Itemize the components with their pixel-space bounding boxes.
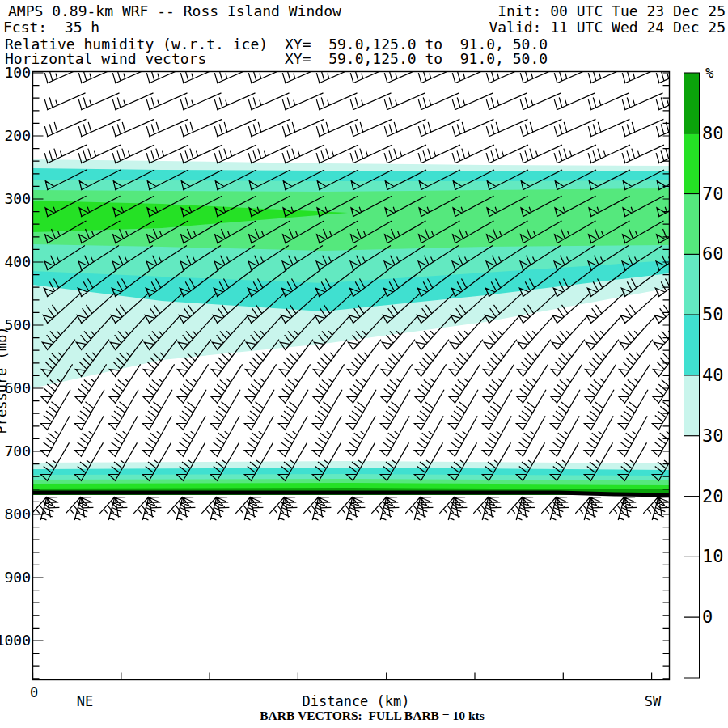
wind-barb-row-13 bbox=[41, 364, 684, 404]
wind-barb-row-1 bbox=[44, 66, 696, 83]
colorbar-segment bbox=[684, 254, 700, 315]
y-tick-label: 1000 bbox=[0, 632, 31, 649]
y-tick-label: 200 bbox=[4, 127, 31, 144]
colorbar-tick-label: 0 bbox=[702, 607, 713, 627]
colorbar-tick-label: 10 bbox=[702, 546, 724, 566]
colorbar-tick-label: 80 bbox=[702, 123, 724, 143]
colorbar-segment bbox=[684, 375, 700, 436]
wind-barb-row-15 bbox=[40, 416, 681, 457]
wind-barb-row-14 bbox=[40, 390, 682, 430]
colorbar-tick-label: 40 bbox=[702, 365, 724, 385]
colorbar-segment bbox=[684, 497, 700, 557]
colorbar-tick-label: 70 bbox=[702, 184, 724, 204]
colorbar-segment bbox=[684, 194, 700, 255]
wind-barb-row-2 bbox=[44, 93, 696, 110]
x-axis-right-orientation: SW bbox=[637, 693, 669, 709]
amps-cross-section-page: AMPS 0.89-km WRF -- Ross Island Window I… bbox=[0, 0, 728, 728]
y-axis-title: Pressure (mb) bbox=[0, 324, 6, 437]
wind-barb-row-4 bbox=[44, 145, 698, 163]
colorbar-tick-label: 30 bbox=[702, 425, 724, 446]
wind-barb-surface-cluster bbox=[32, 497, 671, 520]
colorbar-segment bbox=[684, 436, 700, 497]
y-tick-label: 300 bbox=[4, 190, 31, 207]
colorbar-segment bbox=[684, 557, 700, 617]
colorbar-segment bbox=[684, 73, 700, 133]
colorbar-segment bbox=[684, 133, 700, 194]
colorbar-segment bbox=[684, 617, 700, 678]
colorbar-unit-label: % bbox=[705, 65, 713, 81]
x-axis-title: Distance (km) bbox=[275, 693, 437, 709]
colorbar-tick-label: 20 bbox=[702, 486, 724, 506]
colorbar bbox=[684, 73, 700, 678]
colorbar-tick-label: 50 bbox=[702, 304, 724, 324]
x-tick-label-0: 0 bbox=[30, 684, 38, 700]
colorbar-segment bbox=[684, 315, 700, 375]
y-tick-label: 400 bbox=[4, 253, 31, 270]
y-tick-label: 800 bbox=[4, 506, 31, 523]
y-tick-label: 700 bbox=[4, 442, 31, 459]
wind-barb-row-3 bbox=[44, 119, 697, 137]
cross-section-plot: 1002003004005006007008009001000807060504… bbox=[0, 0, 728, 728]
y-tick-label: 100 bbox=[4, 64, 31, 81]
colorbar-tick-label: 60 bbox=[702, 243, 724, 264]
y-tick-label: 900 bbox=[4, 569, 31, 586]
x-axis-left-orientation: NE bbox=[69, 693, 101, 709]
barb-legend-note: BARB VECTORS: FULL BARB = 10 kts bbox=[0, 708, 728, 724]
